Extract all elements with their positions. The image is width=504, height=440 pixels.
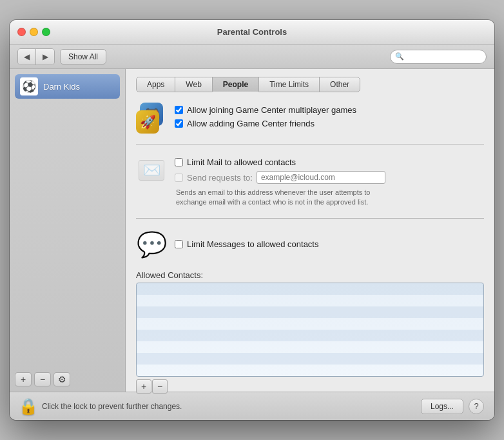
limit-mail-label: Limit Mail to allowed contacts bbox=[187, 157, 296, 167]
limit-mail-checkbox[interactable] bbox=[175, 158, 183, 166]
stripe-4 bbox=[137, 318, 483, 330]
messages-icon: 💬 bbox=[136, 229, 167, 260]
bottom-bar: 🔒 Click the lock to prevent further chan… bbox=[10, 392, 494, 420]
sidebar: ⚽ Darn Kids + − ⚙ bbox=[10, 69, 126, 392]
stripe-1 bbox=[137, 283, 483, 295]
sidebar-footer: + − ⚙ bbox=[15, 372, 120, 386]
email-input[interactable] bbox=[257, 171, 385, 184]
main-window: Parental Controls ◀ ▶ Show All 🔍 ⚽ Darn … bbox=[10, 20, 494, 420]
right-panel: Apps Web People Time Limits Other 🎮 🚀 bbox=[126, 69, 494, 392]
help-button[interactable]: ? bbox=[469, 399, 484, 414]
limit-messages-row[interactable]: Limit Messages to allowed contacts bbox=[175, 239, 318, 249]
show-all-button[interactable]: Show All bbox=[60, 49, 106, 65]
forward-button[interactable]: ▶ bbox=[36, 49, 54, 65]
gear-button[interactable]: ⚙ bbox=[53, 372, 70, 386]
sidebar-user-item[interactable]: ⚽ Darn Kids bbox=[15, 74, 120, 99]
nav-buttons: ◀ ▶ bbox=[17, 48, 55, 65]
game-center-checkboxes: Allow joining Game Center multiplayer ga… bbox=[175, 103, 356, 128]
stripe-3 bbox=[137, 306, 483, 318]
stripe-7 bbox=[137, 353, 483, 365]
contacts-footer: + − bbox=[136, 379, 484, 394]
maximize-button[interactable] bbox=[42, 28, 50, 36]
send-requests-checkbox[interactable] bbox=[175, 174, 183, 182]
friends-label: Allow adding Game Center friends bbox=[187, 119, 315, 128]
allowed-contacts-section: Allowed Contacts: + − bbox=[136, 268, 484, 394]
search-wrapper: 🔍 bbox=[390, 50, 487, 64]
people-content: 🎮 🚀 Allow joining Game Center multiplaye… bbox=[136, 103, 484, 394]
search-input[interactable] bbox=[390, 50, 487, 64]
back-button[interactable]: ◀ bbox=[18, 49, 36, 65]
send-requests-label: Send requests to: bbox=[187, 173, 253, 183]
mail-options: Limit Mail to allowed contacts Send requ… bbox=[175, 155, 385, 208]
friends-checkbox-row[interactable]: Allow adding Game Center friends bbox=[175, 119, 356, 128]
limit-messages-label: Limit Messages to allowed contacts bbox=[187, 239, 318, 249]
contacts-list bbox=[136, 283, 484, 377]
game-center-icon-front: 🚀 bbox=[136, 110, 159, 134]
stripe-6 bbox=[137, 341, 483, 353]
multiplayer-checkbox-row[interactable]: Allow joining Game Center multiplayer ga… bbox=[175, 105, 356, 115]
main-content: ⚽ Darn Kids + − ⚙ Apps Web People Time L… bbox=[10, 69, 494, 392]
toolbar: ◀ ▶ Show All 🔍 bbox=[10, 45, 494, 69]
tab-apps[interactable]: Apps bbox=[136, 77, 175, 92]
tab-web[interactable]: Web bbox=[175, 77, 212, 92]
mail-description: Sends an email to this address whenever … bbox=[176, 188, 382, 208]
tab-people[interactable]: People bbox=[212, 77, 259, 92]
bottom-right: Logs... ? bbox=[421, 399, 484, 414]
limit-messages-checkbox[interactable] bbox=[175, 240, 183, 248]
remove-contact-button[interactable]: − bbox=[152, 379, 168, 394]
lock-area[interactable]: 🔒 Click the lock to prevent further chan… bbox=[20, 397, 182, 415]
mail-icon: ✉️ bbox=[136, 155, 167, 186]
multiplayer-checkbox[interactable] bbox=[175, 106, 183, 114]
friends-checkbox[interactable] bbox=[175, 119, 183, 128]
tab-time-limits[interactable]: Time Limits bbox=[258, 77, 320, 92]
send-requests-row: Send requests to: bbox=[175, 171, 385, 184]
avatar: ⚽ bbox=[20, 77, 38, 95]
tab-other[interactable]: Other bbox=[319, 77, 360, 92]
lock-icon: 🔒 bbox=[19, 397, 38, 415]
user-name: Darn Kids bbox=[43, 82, 80, 92]
allowed-contacts-label: Allowed Contacts: bbox=[136, 270, 484, 280]
divider-1 bbox=[136, 144, 484, 145]
traffic-lights bbox=[17, 28, 50, 36]
limit-mail-row[interactable]: Limit Mail to allowed contacts bbox=[175, 157, 385, 167]
lock-text: Click the lock to prevent further change… bbox=[42, 402, 182, 411]
add-contact-button[interactable]: + bbox=[136, 379, 151, 394]
add-user-button[interactable]: + bbox=[15, 372, 32, 386]
tabs: Apps Web People Time Limits Other bbox=[136, 77, 360, 92]
multiplayer-label: Allow joining Game Center multiplayer ga… bbox=[187, 105, 356, 115]
logs-button[interactable]: Logs... bbox=[421, 399, 463, 414]
game-center-icon: 🎮 🚀 bbox=[136, 103, 167, 134]
window-title: Parental Controls bbox=[217, 27, 287, 37]
stripe-5 bbox=[137, 330, 483, 341]
stripe-8 bbox=[137, 365, 483, 376]
stripe-2 bbox=[137, 295, 483, 306]
divider-2 bbox=[136, 218, 484, 219]
messages-section: 💬 Limit Messages to allowed contacts bbox=[136, 229, 484, 260]
titlebar: Parental Controls bbox=[10, 20, 494, 45]
remove-user-button[interactable]: − bbox=[34, 372, 51, 386]
close-button[interactable] bbox=[17, 28, 26, 36]
minimize-button[interactable] bbox=[30, 28, 38, 36]
lock-icon-wrap: 🔒 bbox=[20, 397, 37, 415]
mail-section: ✉️ Limit Mail to allowed contacts Send r… bbox=[136, 155, 484, 208]
game-center-section: 🎮 🚀 Allow joining Game Center multiplaye… bbox=[136, 103, 484, 134]
